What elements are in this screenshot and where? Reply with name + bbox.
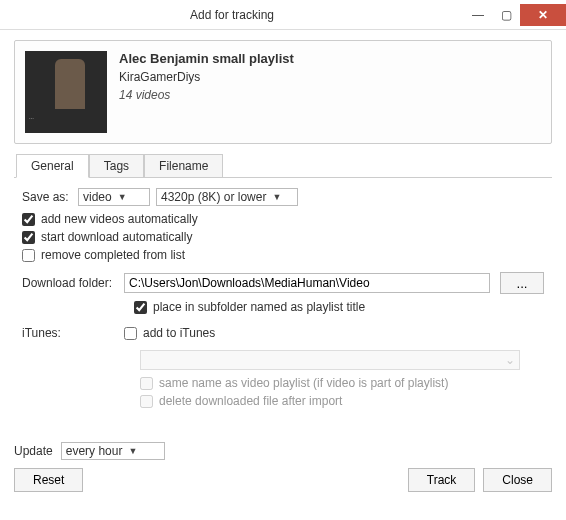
itunes-playlist-select: ⌄ (140, 350, 520, 370)
add-to-itunes-checkbox[interactable]: add to iTunes (124, 326, 215, 340)
update-label: Update (14, 444, 53, 458)
delete-after-input (140, 395, 153, 408)
tab-general[interactable]: General (16, 154, 89, 178)
playlist-count: 14 videos (119, 88, 294, 102)
content-area: ... Alec Benjamin small playlist KiraGam… (0, 30, 566, 506)
update-interval-select[interactable]: every hour ▼ (61, 442, 165, 460)
add-new-input[interactable] (22, 213, 35, 226)
settings-tabs: General Tags Filename Save as: video ▼ 4… (14, 153, 552, 422)
track-button[interactable]: Track (408, 468, 476, 492)
add-to-itunes-label: add to iTunes (143, 326, 215, 340)
start-download-input[interactable] (22, 231, 35, 244)
download-folder-input[interactable] (124, 273, 490, 293)
playlist-title: Alec Benjamin small playlist (119, 51, 294, 66)
remove-completed-input[interactable] (22, 249, 35, 262)
window-title: Add for tracking (0, 8, 464, 22)
subfolder-checkbox[interactable]: place in subfolder named as playlist tit… (134, 300, 544, 314)
chevron-down-icon: ▼ (128, 446, 137, 456)
add-to-itunes-input[interactable] (124, 327, 137, 340)
playlist-thumbnail: ... (25, 51, 107, 133)
same-name-input (140, 377, 153, 390)
same-name-checkbox: same name as video playlist (if video is… (140, 376, 544, 390)
footer-bar: Update every hour ▼ (14, 442, 552, 460)
remove-completed-checkbox[interactable]: remove completed from list (22, 248, 544, 262)
minimize-button[interactable]: — (464, 4, 492, 26)
titlebar: Add for tracking — ▢ ✕ (0, 0, 566, 30)
subfolder-input[interactable] (134, 301, 147, 314)
format-select[interactable]: video ▼ (78, 188, 150, 206)
quality-value: 4320p (8K) or lower (161, 190, 266, 204)
maximize-button[interactable]: ▢ (492, 4, 520, 26)
quality-select[interactable]: 4320p (8K) or lower ▼ (156, 188, 298, 206)
tab-body-general: Save as: video ▼ 4320p (8K) or lower ▼ a… (14, 177, 552, 422)
download-folder-label: Download folder: (22, 276, 118, 290)
tab-tags[interactable]: Tags (89, 154, 144, 178)
playlist-header-panel: ... Alec Benjamin small playlist KiraGam… (14, 40, 552, 144)
format-value: video (83, 190, 112, 204)
update-value: every hour (66, 444, 123, 458)
chevron-down-icon: ▼ (272, 192, 281, 202)
playlist-author: KiraGamerDiys (119, 70, 294, 84)
start-download-checkbox[interactable]: start download automatically (22, 230, 544, 244)
remove-completed-label: remove completed from list (41, 248, 185, 262)
chevron-down-icon: ▼ (118, 192, 127, 202)
add-new-checkbox[interactable]: add new videos automatically (22, 212, 544, 226)
chevron-down-icon: ⌄ (505, 353, 515, 367)
close-button[interactable]: Close (483, 468, 552, 492)
subfolder-label: place in subfolder named as playlist tit… (153, 300, 365, 314)
itunes-label: iTunes: (22, 326, 118, 340)
save-as-label: Save as: (22, 190, 72, 204)
reset-button[interactable]: Reset (14, 468, 83, 492)
delete-after-label: delete downloaded file after import (159, 394, 342, 408)
delete-after-checkbox: delete downloaded file after import (140, 394, 544, 408)
browse-folder-button[interactable]: ... (500, 272, 544, 294)
same-name-label: same name as video playlist (if video is… (159, 376, 448, 390)
tab-filename[interactable]: Filename (144, 154, 223, 178)
window-close-button[interactable]: ✕ (520, 4, 566, 26)
add-new-label: add new videos automatically (41, 212, 198, 226)
start-download-label: start download automatically (41, 230, 192, 244)
